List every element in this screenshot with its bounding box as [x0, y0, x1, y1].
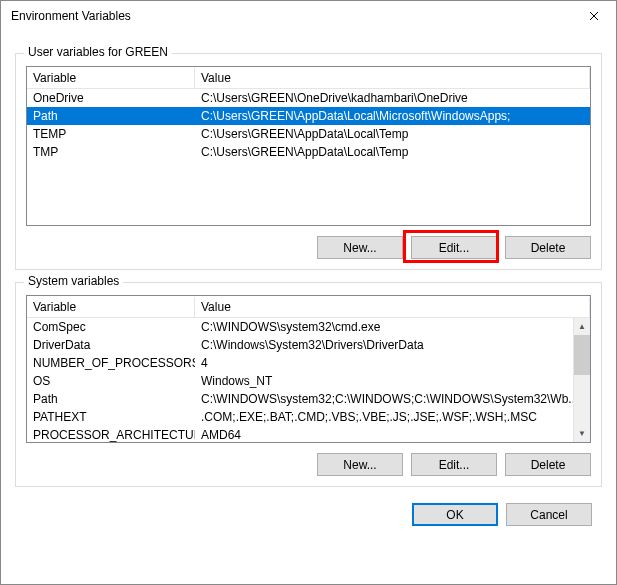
cell-value: C:\Users\GREEN\AppData\Local\Temp [195, 144, 590, 160]
title-bar: Environment Variables [1, 1, 616, 31]
user-col-value[interactable]: Value [195, 68, 590, 88]
scroll-thumb[interactable] [574, 335, 590, 375]
cell-variable: PROCESSOR_ARCHITECTURE [27, 427, 195, 443]
table-row[interactable]: NUMBER_OF_PROCESSORS4 [27, 354, 590, 372]
table-row[interactable]: ComSpecC:\WINDOWS\system32\cmd.exe [27, 318, 590, 336]
user-col-variable[interactable]: Variable [27, 68, 195, 88]
sys-col-variable[interactable]: Variable [27, 297, 195, 317]
table-row[interactable]: PROCESSOR_ARCHITECTUREAMD64 [27, 426, 590, 443]
cell-variable: PATHEXT [27, 409, 195, 425]
system-listview[interactable]: Variable Value ComSpecC:\WINDOWS\system3… [26, 295, 591, 443]
cell-value: C:\Users\GREEN\AppData\Local\Temp [195, 126, 590, 142]
cell-value: AMD64 [195, 427, 590, 443]
user-list-body: OneDriveC:\Users\GREEN\OneDrive\kadhamba… [27, 89, 590, 161]
cell-value: C:\Users\GREEN\OneDrive\kadhambari\OneDr… [195, 90, 590, 106]
cancel-button[interactable]: Cancel [506, 503, 592, 526]
table-row[interactable]: TMPC:\Users\GREEN\AppData\Local\Temp [27, 143, 590, 161]
cell-variable: Path [27, 391, 195, 407]
sys-group-legend: System variables [24, 274, 123, 288]
cell-value: C:\WINDOWS\system32\cmd.exe [195, 319, 590, 335]
table-row[interactable]: TEMPC:\Users\GREEN\AppData\Local\Temp [27, 125, 590, 143]
table-row[interactable]: PathC:\WINDOWS\system32;C:\WINDOWS;C:\WI… [27, 390, 590, 408]
cell-variable: NUMBER_OF_PROCESSORS [27, 355, 195, 371]
cell-variable: TMP [27, 144, 195, 160]
scroll-up-icon[interactable]: ▲ [574, 318, 590, 335]
system-variables-group: System variables Variable Value ComSpecC… [15, 282, 602, 487]
sys-list-body: ComSpecC:\WINDOWS\system32\cmd.exeDriver… [27, 318, 590, 443]
cell-variable: Path [27, 108, 195, 124]
cell-variable: DriverData [27, 337, 195, 353]
user-new-button[interactable]: New... [317, 236, 403, 259]
dialog-footer: OK Cancel [1, 487, 616, 540]
sys-new-button[interactable]: New... [317, 453, 403, 476]
close-icon [589, 11, 599, 21]
close-button[interactable] [571, 1, 616, 31]
user-variables-group: User variables for GREEN Variable Value … [15, 53, 602, 270]
user-edit-button[interactable]: Edit... [411, 236, 497, 259]
table-row[interactable]: PATHEXT.COM;.EXE;.BAT;.CMD;.VBS;.VBE;.JS… [27, 408, 590, 426]
window-title: Environment Variables [11, 9, 131, 23]
sys-scrollbar[interactable]: ▲ ▼ [573, 318, 590, 442]
scroll-track[interactable] [574, 375, 590, 425]
cell-value: C:\Users\GREEN\AppData\Local\Microsoft\W… [195, 108, 590, 124]
cell-value: Windows_NT [195, 373, 590, 389]
cell-value: .COM;.EXE;.BAT;.CMD;.VBS;.VBE;.JS;.JSE;.… [195, 409, 590, 425]
cell-variable: ComSpec [27, 319, 195, 335]
table-row[interactable]: OSWindows_NT [27, 372, 590, 390]
table-row[interactable]: DriverDataC:\Windows\System32\Drivers\Dr… [27, 336, 590, 354]
cell-variable: TEMP [27, 126, 195, 142]
sys-col-value[interactable]: Value [195, 297, 590, 317]
user-list-header: Variable Value [27, 67, 590, 89]
ok-button[interactable]: OK [412, 503, 498, 526]
sys-delete-button[interactable]: Delete [505, 453, 591, 476]
cell-value: C:\Windows\System32\Drivers\DriverData [195, 337, 590, 353]
scroll-down-icon[interactable]: ▼ [574, 425, 590, 442]
cell-variable: OneDrive [27, 90, 195, 106]
sys-edit-button[interactable]: Edit... [411, 453, 497, 476]
user-group-legend: User variables for GREEN [24, 45, 172, 59]
cell-value: C:\WINDOWS\system32;C:\WINDOWS;C:\WINDOW… [195, 391, 590, 407]
user-delete-button[interactable]: Delete [505, 236, 591, 259]
table-row[interactable]: OneDriveC:\Users\GREEN\OneDrive\kadhamba… [27, 89, 590, 107]
sys-list-header: Variable Value [27, 296, 590, 318]
table-row[interactable]: PathC:\Users\GREEN\AppData\Local\Microso… [27, 107, 590, 125]
dialog-content: User variables for GREEN Variable Value … [1, 31, 616, 487]
user-listview[interactable]: Variable Value OneDriveC:\Users\GREEN\On… [26, 66, 591, 226]
cell-variable: OS [27, 373, 195, 389]
cell-value: 4 [195, 355, 590, 371]
